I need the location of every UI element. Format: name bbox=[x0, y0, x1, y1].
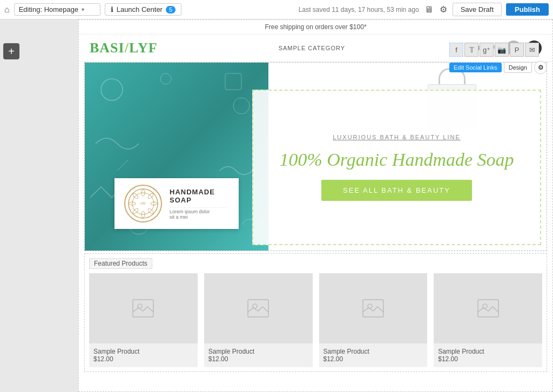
launch-center-label: Launch Center bbox=[117, 5, 163, 13]
info-icon: ℹ bbox=[111, 5, 113, 13]
social-settings-button[interactable]: ⚙ bbox=[534, 61, 547, 74]
soap-emblem: efe bbox=[124, 185, 162, 222]
social-icon-twitter[interactable]: 𝕋 bbox=[464, 43, 478, 57]
products-grid: Sample Product $12.00 Sample Product bbox=[89, 273, 542, 367]
product-info: Sample Product $12.00 bbox=[434, 343, 542, 367]
launch-center-button[interactable]: ℹ Launch Center 5 bbox=[105, 3, 181, 16]
product-card: Sample Product $12.00 bbox=[204, 273, 313, 367]
product-image bbox=[434, 273, 542, 343]
product-price: $12.00 bbox=[323, 355, 423, 363]
social-toolbar: f 𝕋 g⁺ 📷 P ✉ Edit Social Links Design ⚙ bbox=[449, 43, 547, 74]
product-info: Sample Product $12.00 bbox=[204, 343, 313, 367]
product-image bbox=[319, 273, 428, 343]
product-info: Sample Product $12.00 bbox=[89, 343, 198, 367]
home-icon[interactable]: ⌂ bbox=[4, 5, 10, 15]
social-icons-row: f 𝕋 g⁺ 📷 P ✉ bbox=[449, 43, 539, 57]
hero-subtitle: LUXURIOUS BATH & BEAUTY LINE bbox=[333, 134, 461, 140]
product-image bbox=[204, 273, 313, 343]
soap-title: HANDMADESOAP bbox=[170, 188, 229, 204]
logo-leaf: / bbox=[125, 40, 129, 56]
social-icon-facebook[interactable]: f bbox=[449, 43, 463, 57]
launch-badge: 5 bbox=[166, 6, 176, 13]
soap-dots: ..................... bbox=[170, 204, 229, 209]
hero-title: 100% Organic Handmade Soap bbox=[279, 149, 514, 171]
soap-text: HANDMADESOAP ..................... Lorem… bbox=[170, 188, 229, 220]
soap-image-area: efe HANDMADESOAP ..................... L… bbox=[85, 63, 268, 251]
product-name: Sample Product bbox=[208, 348, 308, 355]
editing-label: Editing: Homepage bbox=[19, 5, 79, 13]
social-actions: Edit Social Links Design ⚙ bbox=[449, 61, 547, 74]
topbar-icons: 🖥 ⚙ bbox=[423, 3, 448, 16]
edit-social-links-button[interactable]: Edit Social Links bbox=[449, 63, 502, 72]
product-card: Sample Product $12.00 bbox=[319, 273, 428, 367]
site-preview: Free shipping on orders over $100* BASI/… bbox=[78, 19, 553, 392]
svg-rect-21 bbox=[363, 300, 383, 317]
social-icon-instagram[interactable]: 📷 bbox=[495, 43, 509, 57]
product-image bbox=[89, 273, 198, 343]
publish-button[interactable]: Publish bbox=[506, 3, 549, 16]
social-icon-pinterest[interactable]: P bbox=[510, 43, 524, 57]
product-info: Sample Product $12.00 bbox=[319, 343, 428, 367]
site-nav[interactable]: SAMPLE CATEGORY bbox=[158, 45, 467, 51]
hero-cta-button[interactable]: SEE ALL BATH & BEAUTY bbox=[321, 180, 472, 201]
svg-text:efe: efe bbox=[140, 201, 146, 205]
save-draft-button[interactable]: Save Draft bbox=[453, 3, 502, 16]
soap-desc: Lorem ipsum dolorsit a mei bbox=[170, 209, 229, 220]
svg-rect-17 bbox=[133, 300, 153, 317]
product-name: Sample Product bbox=[438, 348, 538, 355]
product-price: $12.00 bbox=[208, 355, 308, 363]
soap-product-card: efe HANDMADESOAP ..................... L… bbox=[114, 178, 239, 229]
social-icon-email[interactable]: ✉ bbox=[525, 43, 539, 57]
add-section-button[interactable]: + bbox=[3, 43, 19, 59]
monitor-button[interactable]: 🖥 bbox=[423, 4, 434, 16]
product-price: $12.00 bbox=[93, 355, 193, 363]
canvas-area: + Free shipping on orders over $100* BAS… bbox=[0, 19, 553, 392]
svg-point-0 bbox=[101, 79, 123, 100]
hero-text-area: LUXURIOUS BATH & BEAUTY LINE 100% Organi… bbox=[252, 90, 541, 245]
topbar: ⌂ Editing: Homepage ▾ ℹ Launch Center 5 … bbox=[0, 0, 553, 19]
svg-point-2 bbox=[160, 73, 171, 84]
free-shipping-text: Free shipping on orders over $100* bbox=[265, 23, 366, 31]
featured-products-section: Featured Products Sample Product $12.00 bbox=[84, 253, 547, 372]
nav-sample-category[interactable]: SAMPLE CATEGORY bbox=[279, 45, 345, 51]
product-card: Sample Product $12.00 bbox=[434, 273, 542, 367]
product-name: Sample Product bbox=[93, 348, 193, 355]
svg-rect-3 bbox=[225, 73, 241, 90]
svg-rect-23 bbox=[478, 300, 498, 317]
product-name: Sample Product bbox=[323, 348, 423, 355]
site-logo: BASI/LYF bbox=[90, 40, 158, 56]
free-shipping-bar: Free shipping on orders over $100* bbox=[79, 20, 552, 35]
svg-point-1 bbox=[233, 98, 249, 114]
product-price: $12.00 bbox=[438, 355, 538, 363]
dropdown-arrow-icon: ▾ bbox=[82, 6, 84, 12]
featured-label: Featured Products bbox=[89, 258, 152, 269]
design-button[interactable]: Design bbox=[504, 62, 532, 73]
hero-section: efe HANDMADESOAP ..................... L… bbox=[84, 62, 547, 251]
editing-dropdown[interactable]: Editing: Homepage ▾ bbox=[14, 3, 100, 16]
plus-icon: + bbox=[8, 45, 15, 58]
settings-button[interactable]: ⚙ bbox=[439, 3, 448, 16]
last-saved-text: Last saved 11 days, 17 hours, 53 min ago bbox=[299, 6, 419, 13]
social-icon-google[interactable]: g⁺ bbox=[480, 43, 494, 57]
product-card: Sample Product $12.00 bbox=[89, 273, 198, 367]
svg-rect-19 bbox=[248, 300, 268, 317]
